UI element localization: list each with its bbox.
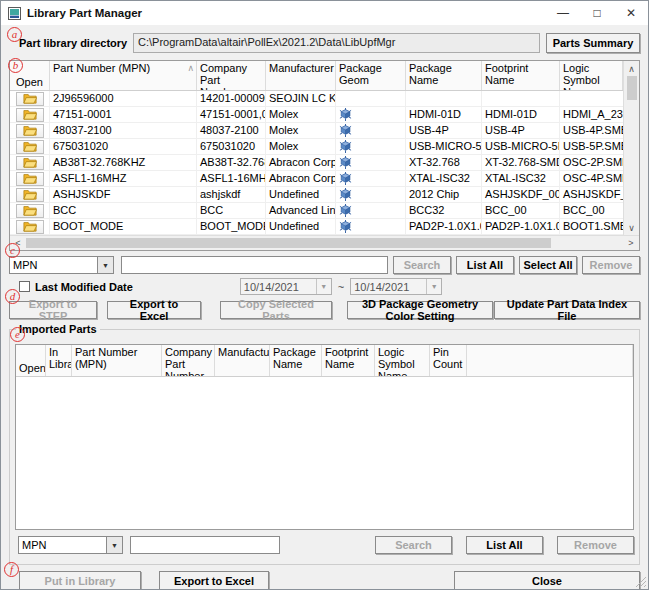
- title-bar: Library Part Manager — □ ✕: [1, 1, 648, 25]
- list-all-button[interactable]: List All: [456, 256, 514, 274]
- open-part-button[interactable]: [16, 124, 44, 138]
- table-row[interactable]: BOOT_MODE BOOT_MODE,070 Undefined PAD2P-…: [10, 219, 623, 235]
- company-cell: ashjskdf: [197, 187, 266, 202]
- manufacturer-cell: Abracon Corporat: [266, 155, 336, 170]
- folder-icon: [23, 205, 37, 216]
- search-input[interactable]: [121, 256, 388, 274]
- package-name-cell: 2012 Chip: [406, 187, 482, 202]
- column-footprint-name[interactable]: Footprint Name: [482, 61, 560, 90]
- search-button[interactable]: Search: [393, 256, 451, 274]
- column-part-number[interactable]: Part Number (MPN) ∧: [50, 61, 197, 90]
- column-manufacturer[interactable]: Manufacturer: [215, 345, 270, 376]
- open-part-button[interactable]: [16, 108, 44, 122]
- vertical-scrollbar[interactable]: ∧ ∨: [623, 61, 639, 235]
- 3d-package-color-setting-button[interactable]: 3D Package Geometry Color Setting: [347, 301, 493, 319]
- manufacturer-cell: Abracon Corporat: [266, 171, 336, 186]
- part-library-directory-field[interactable]: C:\ProgramData\altair\PollEx\2021.2\Data…: [133, 33, 540, 53]
- last-modified-checkbox[interactable]: [19, 281, 30, 292]
- resize-grip[interactable]: [635, 576, 647, 588]
- table-row[interactable]: 48037-2100 48037-2100 Molex USB-4P USB-4…: [10, 123, 623, 139]
- column-in-library[interactable]: In Library: [46, 345, 72, 376]
- open-part-button[interactable]: [16, 220, 44, 234]
- package-3d-icon: [339, 124, 352, 137]
- table-row[interactable]: 47151-0001 47151-0001,0712 Molex HDMI-01…: [10, 107, 623, 123]
- date-from-picker[interactable]: 10/14/2021 ▼: [240, 278, 332, 295]
- column-company-part-number[interactable]: Company Part Number: [197, 61, 266, 90]
- scroll-right-icon[interactable]: >: [623, 236, 639, 251]
- scroll-down-icon[interactable]: ∨: [624, 220, 640, 235]
- package-3d-icon: [339, 156, 352, 169]
- table-row[interactable]: ASHJSKDF ashjskdf Undefined 2012 Chip AS…: [10, 187, 623, 203]
- table-row[interactable]: 675031020 675031020 Molex USB-MICRO-5P U…: [10, 139, 623, 155]
- package-geom-cell: [336, 139, 406, 154]
- date-to-picker[interactable]: 10/14/2021 ▼: [350, 278, 442, 295]
- export-to-step-button[interactable]: Export to STEP: [9, 301, 97, 319]
- table-row[interactable]: BCC BCC Advanced Linear BCC32 BCC_00 BCC…: [10, 203, 623, 219]
- imported-table-body-empty: [16, 377, 633, 530]
- column-package-name[interactable]: Package Name: [406, 61, 482, 90]
- imported-list-all-button[interactable]: List All: [466, 536, 543, 554]
- package-geom-cell: [336, 155, 406, 170]
- horizontal-scroll-thumb[interactable]: [26, 238, 551, 248]
- logic-symbol-cell: ASHJSKDF_00: [560, 187, 623, 202]
- column-package-geom[interactable]: Package Geom: [336, 61, 406, 90]
- column-pin-count[interactable]: Pin Count: [430, 345, 467, 376]
- export-to-excel-button[interactable]: Export to Excel: [107, 301, 201, 319]
- part-number-cell: BOOT_MODE: [50, 219, 197, 234]
- open-part-button[interactable]: [16, 156, 44, 170]
- column-manufacturer[interactable]: Manufacturer: [266, 61, 336, 90]
- chevron-down-icon: ▼: [426, 279, 441, 294]
- folder-icon: [23, 125, 37, 136]
- search-field-dropdown[interactable]: MPN ▼: [9, 256, 114, 274]
- logic-symbol-cell: USB-5P.SMB: [560, 139, 623, 154]
- package-geom-cell: [336, 107, 406, 122]
- open-part-button[interactable]: [16, 204, 44, 218]
- update-part-data-index-button[interactable]: Update Part Data Index File: [494, 301, 640, 319]
- column-package-name[interactable]: Package Name: [270, 345, 322, 376]
- scroll-up-icon[interactable]: ∧: [624, 61, 640, 76]
- column-logic-symbol-name[interactable]: Logic Symbol Name: [375, 345, 430, 376]
- open-part-button[interactable]: [16, 188, 44, 202]
- footer-export-to-excel-button[interactable]: Export to Excel: [159, 571, 269, 590]
- close-button[interactable]: Close: [454, 571, 640, 590]
- imported-search-input[interactable]: [130, 536, 280, 554]
- maximize-button[interactable]: □: [580, 1, 614, 25]
- package-3d-icon: [339, 188, 352, 201]
- imported-search-button[interactable]: Search: [375, 536, 452, 554]
- column-company-part-number[interactable]: Company Part Number: [162, 345, 215, 376]
- chevron-down-icon: ▼: [316, 279, 331, 294]
- package-3d-icon: [339, 140, 352, 153]
- open-part-button[interactable]: [16, 140, 44, 154]
- column-part-number[interactable]: Part Number (MPN): [72, 345, 162, 376]
- package-3d-icon: [339, 220, 352, 233]
- put-in-library-button[interactable]: Put in Library: [19, 571, 141, 590]
- column-logic-symbol-name[interactable]: Logic Symbol Name: [560, 61, 623, 90]
- remove-button[interactable]: Remove: [582, 256, 640, 274]
- annotation-b: b: [8, 58, 23, 73]
- select-all-button[interactable]: Select All: [519, 256, 577, 274]
- column-open[interactable]: Open: [16, 345, 46, 376]
- table-row[interactable]: AB38T-32.768KHZ AB38T-32.768KH Abracon C…: [10, 155, 623, 171]
- column-footprint-name[interactable]: Footprint Name: [322, 345, 375, 376]
- library-part-manager-dialog: Library Part Manager — □ ✕ Part library …: [0, 0, 649, 590]
- part-number-cell: 2J96596000: [50, 91, 197, 106]
- folder-icon: [23, 189, 37, 200]
- imported-table-header: Open In Library Part Number (MPN) Compan…: [16, 345, 633, 377]
- package-3d-icon: [339, 172, 352, 185]
- open-part-button[interactable]: [16, 92, 44, 106]
- horizontal-scrollbar[interactable]: < >: [10, 235, 639, 250]
- close-window-button[interactable]: ✕: [614, 1, 648, 25]
- footprint-name-cell: HDMI-01D: [482, 107, 560, 122]
- imported-remove-button[interactable]: Remove: [557, 536, 634, 554]
- vertical-scroll-thumb[interactable]: [627, 76, 637, 100]
- part-number-cell: 675031020: [50, 139, 197, 154]
- open-part-button[interactable]: [16, 172, 44, 186]
- parts-summary-button[interactable]: Parts Summary: [546, 33, 640, 53]
- logic-symbol-cell: [560, 91, 623, 106]
- imported-search-field-dropdown[interactable]: MPN ▼: [18, 536, 123, 554]
- table-row[interactable]: 2J96596000 14201-000096,A, SEOJIN LC KOR…: [10, 91, 623, 107]
- package-geom-cell: [336, 187, 406, 202]
- minimize-button[interactable]: —: [546, 1, 580, 25]
- copy-selected-parts-button[interactable]: Copy Selected Parts: [220, 301, 332, 319]
- table-row[interactable]: ASFL1-16MHZ ASFL1-16MHZ,07 Abracon Corpo…: [10, 171, 623, 187]
